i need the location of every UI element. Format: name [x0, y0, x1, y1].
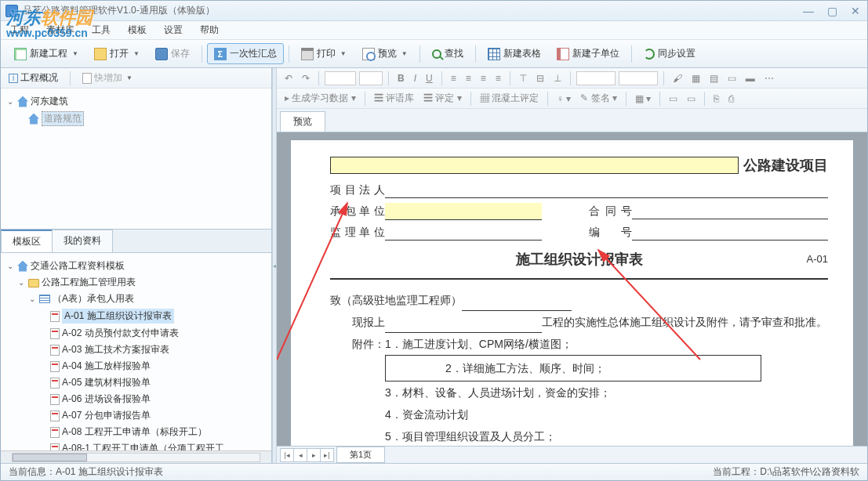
house-icon [17, 96, 28, 107]
search-button[interactable]: 查找 [425, 43, 470, 64]
tree-item[interactable]: A-04 施工放样报验单 [62, 360, 151, 373]
size-select[interactable] [359, 71, 383, 85]
page-indicator[interactable]: 第1页 [336, 447, 385, 463]
project-overview-button[interactable]: i工程概况 [5, 70, 61, 86]
document-viewport[interactable]: 公路建设项目 项目法人 承包单位 合同号 监理单位 [277, 132, 867, 446]
owner-input[interactable] [385, 183, 828, 198]
bold-button[interactable]: B [394, 71, 408, 85]
valign-bottom-button[interactable]: ⊥ [550, 71, 565, 85]
person-button[interactable]: ♀ ▾ [554, 92, 574, 106]
border-select[interactable] [576, 71, 616, 85]
page-first-button[interactable]: |◂ [280, 448, 294, 462]
print-button[interactable]: 打印▼ [294, 43, 354, 64]
concrete-button[interactable]: ▦ 混凝土评定 [477, 90, 542, 107]
tree-item-a01[interactable]: A-01 施工组织设计报审表 [62, 309, 174, 324]
tree-item[interactable]: A-07 分包申请报告单 [62, 409, 151, 422]
tree-node-label[interactable]: （A表）承包人用表 [53, 292, 134, 306]
project-tree[interactable]: ⌄河东建筑 道路规范 [1, 89, 271, 230]
dec-button[interactable]: ▭ [684, 92, 699, 106]
valign-middle-button[interactable]: ⊟ [533, 71, 547, 85]
menu-settings[interactable]: 设置 [161, 22, 186, 38]
menu-tools[interactable]: 工具 [89, 22, 114, 38]
table-icon [488, 48, 500, 60]
menu-template[interactable]: 模板 [125, 22, 150, 38]
project-name-input[interactable] [330, 157, 739, 174]
maximize-button[interactable]: ▢ [825, 5, 839, 17]
comment-lib-button[interactable]: ☰ 评语库 [371, 90, 417, 107]
search-icon [432, 49, 441, 59]
insert-row-button[interactable]: ▭ [725, 71, 739, 85]
copy-button[interactable]: ⎘ [710, 92, 722, 106]
quick-add-button[interactable]: 快增加▼ [79, 70, 136, 86]
contract-no-input[interactable] [632, 204, 828, 219]
line-select[interactable] [619, 71, 658, 85]
tree-node-label[interactable]: 交通公路工程资料模板 [31, 259, 125, 273]
font-select[interactable] [325, 71, 356, 85]
page-last-button[interactable]: ▸| [320, 448, 334, 462]
align-right-button[interactable]: ≡ [478, 71, 489, 85]
more-button[interactable]: ⋯ [761, 71, 777, 85]
page-next-button[interactable]: ▸ [307, 448, 321, 462]
paint-button[interactable]: 🖌 [670, 71, 685, 85]
sign-button[interactable]: ✎ 签名 ▾ [577, 90, 620, 107]
tree-item[interactable]: A-05 建筑材料报验单 [62, 376, 151, 389]
align-justify-button[interactable]: ≡ [492, 71, 504, 85]
minimize-button[interactable]: — [801, 5, 815, 17]
tree-item[interactable]: A-02 动员预付款支付申请表 [62, 327, 179, 340]
paste-button[interactable]: ⎙ [725, 92, 737, 106]
italic-button[interactable]: I [411, 71, 419, 85]
status-left-label: 当前信息： [9, 466, 56, 477]
merge-button[interactable]: ▦ [688, 71, 703, 85]
undo-button[interactable]: ↶ [281, 71, 296, 85]
rating-button[interactable]: ☰ 评定 ▾ [420, 90, 465, 107]
tree-child-selected[interactable]: 道路规范 [42, 111, 84, 126]
tab-preview[interactable]: 预览 [280, 111, 325, 132]
preview-button[interactable]: 预览▼ [355, 43, 415, 64]
inc-button[interactable]: ▭ [666, 92, 681, 106]
tree-node-label[interactable]: 公路工程施工管理用表 [42, 276, 136, 289]
page-prev-button[interactable]: ◂ [293, 448, 307, 462]
horizontal-scrollbar[interactable] [1, 450, 271, 463]
tree-item[interactable]: A-08 工程开工申请单（标段开工） [62, 425, 207, 439]
pager-bar: |◂ ◂ ▸ ▸| 第1页 [277, 446, 867, 463]
valign-top-button[interactable]: ⊤ [516, 71, 530, 85]
new-unit-button[interactable]: 新建子单位 [550, 43, 626, 64]
split-button[interactable]: ▤ [706, 71, 721, 85]
close-button[interactable]: ✕ [848, 5, 863, 17]
align-center-button[interactable]: ≡ [463, 71, 474, 85]
menu-material[interactable]: 素材库 [43, 22, 78, 38]
tree-item[interactable]: A-03 施工技术方案报审表 [62, 343, 169, 356]
tree-collapse-icon[interactable]: ⌄ [5, 97, 15, 106]
project-desc-input[interactable] [385, 319, 542, 333]
gen-data-button[interactable]: ▸ 生成学习数据 ▾ [281, 90, 359, 107]
addressee-input[interactable] [462, 297, 572, 311]
attach-item-boxed[interactable]: 2．详细施工方法、顺序、时间； [385, 355, 761, 382]
serial-no-input[interactable] [632, 225, 828, 240]
template-tree[interactable]: ⌄交通公路工程资料模板 ⌄公路工程施工管理用表 ⌄（A表）承包人用表 A-01 … [1, 253, 271, 450]
delete-row-button[interactable]: ▬ [743, 71, 758, 85]
status-right-label: 当前工程： [713, 466, 760, 477]
supervisor-input[interactable] [385, 225, 542, 240]
app-icon [5, 5, 18, 17]
tree-item[interactable]: A-08-1 工程开工申请单（分项工程开工 [62, 442, 224, 450]
menu-help[interactable]: 帮助 [197, 22, 222, 38]
tree-root-label[interactable]: 河东建筑 [31, 95, 68, 108]
underline-button[interactable]: U [423, 71, 436, 85]
redo-button[interactable]: ↷ [299, 71, 313, 85]
summary-button[interactable]: Σ一次性汇总 [207, 43, 284, 64]
tab-my-data[interactable]: 我的资料 [52, 230, 113, 252]
chevron-down-icon: ▼ [72, 50, 78, 57]
doc-icon [50, 394, 60, 405]
grid-button[interactable]: ▦ ▾ [632, 92, 654, 106]
new-table-button[interactable]: 新建表格 [481, 43, 548, 64]
house-icon [28, 114, 39, 125]
menu-project[interactable]: 工程 [7, 22, 32, 38]
open-button[interactable]: 打开▼ [87, 43, 147, 64]
tab-templates[interactable]: 模板区 [1, 230, 53, 252]
align-left-button[interactable]: ≡ [448, 71, 459, 85]
save-button[interactable]: 保存 [148, 43, 197, 64]
new-project-button[interactable]: 新建工程▼ [7, 43, 85, 64]
sync-button[interactable]: 同步设置 [637, 43, 703, 64]
contractor-input[interactable] [385, 203, 542, 220]
tree-item[interactable]: A-06 进场设备报验单 [62, 392, 151, 406]
